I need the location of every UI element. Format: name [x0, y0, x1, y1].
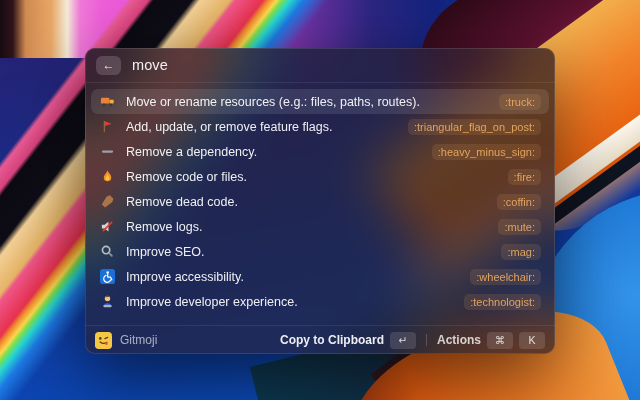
back-arrow-icon: ←	[103, 59, 115, 71]
item-label: Remove code or files.	[126, 170, 247, 184]
fire-emoji-icon	[99, 169, 115, 185]
item-code-badge: :heavy_minus_sign:	[432, 144, 541, 160]
coffin-emoji-icon	[99, 194, 115, 210]
technologist-emoji-icon	[99, 294, 115, 310]
cmd-keycap: ⌘	[487, 332, 513, 349]
gitmoji-item[interactable]: Add, update, or remove feature flags.:tr…	[91, 114, 549, 139]
wheelchair-emoji-icon	[99, 269, 115, 285]
item-label: Remove a dependency.	[126, 145, 257, 159]
desktop: ← move Move or rename resources (e.g.: f…	[0, 0, 640, 400]
item-label: Move or rename resources (e.g.: files, p…	[126, 95, 420, 109]
mag-emoji-icon	[99, 244, 115, 260]
gitmoji-logo-icon	[95, 332, 112, 349]
enter-keycap: ↵	[390, 332, 416, 349]
gitmoji-item[interactable]: Improve accessibility.:wheelchair:	[91, 264, 549, 289]
footer-actions: Copy to Clipboard ↵ Actions ⌘ K	[280, 332, 545, 349]
gitmoji-item[interactable]: Remove logs.:mute:	[91, 214, 549, 239]
gitmoji-item[interactable]: Improve SEO.:mag:	[91, 239, 549, 264]
item-label: Remove logs.	[126, 220, 202, 234]
triangular-flag-emoji-icon	[99, 119, 115, 135]
item-label: Improve developer experience.	[126, 295, 298, 309]
truck-emoji-icon	[99, 94, 115, 110]
gitmoji-item[interactable]: Remove a dependency.:heavy_minus_sign:	[91, 139, 549, 164]
primary-action-label[interactable]: Copy to Clipboard	[280, 333, 384, 347]
footer-app-info: Gitmoji	[95, 332, 157, 349]
back-button[interactable]: ←	[96, 56, 121, 75]
search-bar: ← move	[85, 48, 555, 83]
item-label: Remove dead code.	[126, 195, 238, 209]
gitmoji-item[interactable]: Remove code or files.:fire:	[91, 164, 549, 189]
mute-emoji-icon	[99, 219, 115, 235]
footer-divider	[426, 334, 427, 346]
item-code-badge: :wheelchair:	[470, 269, 541, 285]
gitmoji-item[interactable]: Remove dead code.:coffin:	[91, 189, 549, 214]
gitmoji-item[interactable]: Improve developer experience.:technologi…	[91, 289, 549, 314]
item-code-badge: :truck:	[499, 94, 541, 110]
item-label: Add, update, or remove feature flags.	[126, 120, 332, 134]
item-code-badge: :mute:	[498, 219, 541, 235]
gitmoji-item[interactable]: Move or rename resources (e.g.: files, p…	[91, 89, 549, 114]
heavy-minus-emoji-icon	[99, 144, 115, 160]
item-code-badge: :coffin:	[497, 194, 541, 210]
item-code-badge: :mag:	[501, 244, 541, 260]
k-keycap: K	[519, 332, 545, 349]
search-input[interactable]: move	[132, 57, 168, 73]
item-code-badge: :fire:	[508, 169, 541, 185]
footer: Gitmoji Copy to Clipboard ↵ Actions ⌘ K	[85, 325, 555, 354]
item-label: Improve SEO.	[126, 245, 205, 259]
gitmoji-command-window: ← move Move or rename resources (e.g.: f…	[85, 48, 555, 354]
item-code-badge: :triangular_flag_on_post:	[408, 119, 541, 135]
item-label: Improve accessibility.	[126, 270, 244, 284]
app-name: Gitmoji	[120, 333, 157, 347]
item-code-badge: :technologist:	[464, 294, 541, 310]
actions-label[interactable]: Actions	[437, 333, 481, 347]
results-list: Move or rename resources (e.g.: files, p…	[85, 83, 555, 325]
